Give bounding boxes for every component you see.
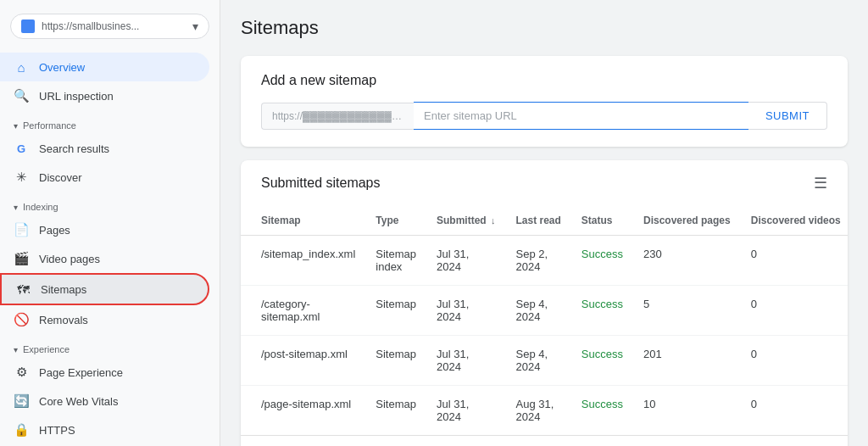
chevron-down-icon: ▾: [192, 20, 198, 33]
collapse-arrow-icon-3: ▾: [14, 345, 18, 354]
table-header-row: Sitemap Type Submitted ↓ Last read Statu…: [241, 206, 848, 236]
col-discovered-videos: Discovered videos: [741, 206, 848, 236]
cell-discovered-videos: 0: [741, 386, 848, 436]
sidebar-item-pages[interactable]: 📄 Pages: [0, 215, 209, 244]
col-submitted: Submitted ↓: [426, 206, 506, 236]
cell-last-read: Sep 2, 2024: [506, 236, 571, 286]
sidebar-item-pages-label: Pages: [39, 224, 70, 237]
removals-icon: 🚫: [14, 312, 29, 327]
add-sitemap-card-title: Add a new sitemap: [261, 73, 827, 88]
table-row: /category-sitemap.xml Sitemap Jul 31, 20…: [241, 286, 848, 336]
discover-icon: ✳: [14, 170, 29, 185]
https-icon: 🔒: [14, 422, 29, 438]
experience-section-label: ▾ Experience: [0, 334, 220, 358]
submit-button[interactable]: SUBMIT: [748, 102, 827, 130]
table-row: /page-sitemap.xml Sitemap Jul 31, 2024 A…: [241, 386, 848, 436]
sidebar-item-video-pages[interactable]: 🎬 Video pages: [0, 244, 209, 273]
sidebar-item-url-inspection[interactable]: 🔍 URL inspection: [0, 81, 209, 110]
sidebar-item-core-web-vitals-label: Core Web Vitals: [39, 395, 118, 408]
col-last-read: Last read: [506, 206, 571, 236]
col-type: Type: [365, 206, 426, 236]
sort-arrow-icon: ↓: [491, 215, 496, 226]
google-icon: G: [14, 141, 29, 156]
cell-type: Sitemap: [365, 286, 426, 336]
core-web-vitals-icon: 🔄: [14, 393, 29, 409]
sitemaps-icon: 🗺: [15, 282, 31, 297]
main-content: Sitemaps Add a new sitemap https://▓▓▓▓▓…: [220, 0, 868, 446]
submitted-sitemaps-header: Submitted sitemaps ☰: [241, 160, 848, 206]
cell-discovered-videos: 0: [741, 286, 848, 336]
sidebar-item-https[interactable]: 🔒 HTTPS: [0, 415, 209, 444]
sidebar-item-overview-label: Overview: [39, 61, 85, 74]
cell-submitted: Jul 31, 2024: [426, 336, 506, 386]
page-title: Sitemaps: [241, 17, 848, 39]
cell-status: Success: [571, 236, 633, 286]
cell-discovered-pages: 230: [633, 236, 741, 286]
cell-last-read: Sep 4, 2024: [506, 336, 571, 386]
cell-status: Success: [571, 336, 633, 386]
cell-submitted: Jul 31, 2024: [426, 236, 506, 286]
performance-section-label: ▾ Performance: [0, 110, 220, 134]
sidebar-item-https-label: HTTPS: [39, 424, 75, 437]
cell-sitemap: /page-sitemap.xml: [241, 386, 365, 436]
sidebar-item-page-experience-label: Page Experience: [39, 366, 123, 379]
property-selector[interactable]: https://smallbusines... ▾: [10, 14, 209, 39]
cell-type: Sitemap: [365, 336, 426, 386]
sidebar-item-page-experience[interactable]: ⚙ Page Experience: [0, 358, 209, 387]
sidebar-item-url-inspection-label: URL inspection: [39, 90, 114, 103]
home-icon: ⌂: [14, 59, 29, 75]
sidebar-item-discover-label: Discover: [39, 171, 82, 184]
table-footer: Rows per page: 10 25 50 1-4 of 4 ‹ ›: [241, 435, 848, 446]
sidebar-item-removals-label: Removals: [39, 314, 88, 326]
sitemap-url-input[interactable]: [414, 102, 748, 130]
sitemaps-table: Sitemap Type Submitted ↓ Last read Statu…: [241, 206, 848, 435]
cell-sitemap: /sitemap_index.xml: [241, 236, 365, 286]
sidebar-item-removals[interactable]: 🚫 Removals: [0, 305, 209, 334]
collapse-arrow-icon-2: ▾: [14, 203, 18, 212]
property-url: https://smallbusines...: [42, 20, 186, 32]
submitted-sitemaps-card: Submitted sitemaps ☰ Sitemap Type Submit…: [241, 160, 848, 446]
col-discovered-pages: Discovered pages: [633, 206, 741, 236]
cell-discovered-videos: 0: [741, 236, 848, 286]
cell-submitted: Jul 31, 2024: [426, 386, 506, 436]
indexing-section-label: ▾ Indexing: [0, 192, 220, 215]
cell-discovered-pages: 201: [633, 336, 741, 386]
cell-last-read: Aug 31, 2024: [506, 386, 571, 436]
add-sitemap-card: Add a new sitemap https://▓▓▓▓▓▓▓▓▓▓▓▓▓▓…: [241, 56, 848, 147]
cell-last-read: Sep 4, 2024: [506, 286, 571, 336]
cell-discovered-pages: 5: [633, 286, 741, 336]
property-icon: [21, 20, 35, 33]
cell-status: Success: [571, 286, 633, 336]
cell-discovered-videos: 0: [741, 336, 848, 386]
sidebar-item-sitemaps[interactable]: 🗺 Sitemaps: [0, 273, 209, 305]
cell-sitemap: /post-sitemap.xml: [241, 336, 365, 386]
sidebar-item-sitemaps-label: Sitemaps: [41, 283, 86, 296]
pages-icon: 📄: [14, 222, 29, 237]
sidebar-item-search-results[interactable]: G Search results: [0, 134, 209, 163]
cell-discovered-pages: 10: [633, 386, 741, 436]
cell-type: Sitemap: [365, 386, 426, 436]
cell-submitted: Jul 31, 2024: [426, 286, 506, 336]
table-row: /post-sitemap.xml Sitemap Jul 31, 2024 S…: [241, 336, 848, 386]
page-experience-icon: ⚙: [14, 365, 29, 380]
sidebar: https://smallbusines... ▾ ⌂ Overview 🔍 U…: [0, 0, 220, 446]
sidebar-item-overview[interactable]: ⌂ Overview: [0, 53, 209, 81]
cell-status: Success: [571, 386, 633, 436]
sidebar-item-core-web-vitals[interactable]: 🔄 Core Web Vitals: [0, 387, 209, 415]
add-sitemap-row: https://▓▓▓▓▓▓▓▓▓▓▓▓▓▓ SUBMIT: [261, 102, 827, 130]
sidebar-item-discover[interactable]: ✳ Discover: [0, 163, 209, 192]
col-sitemap: Sitemap: [241, 206, 365, 236]
sidebar-item-video-pages-label: Video pages: [39, 253, 100, 265]
cell-type: Sitemap index: [365, 236, 426, 286]
url-prefix: https://▓▓▓▓▓▓▓▓▓▓▓▓▓▓: [261, 103, 414, 130]
collapse-arrow-icon: ▾: [14, 121, 18, 131]
col-status: Status: [571, 206, 633, 236]
submitted-sitemaps-title: Submitted sitemaps: [261, 176, 381, 191]
sidebar-item-search-results-label: Search results: [39, 142, 109, 155]
cell-sitemap: /category-sitemap.xml: [241, 286, 365, 336]
filter-icon[interactable]: ☰: [814, 174, 827, 192]
search-icon: 🔍: [14, 88, 29, 103]
video-pages-icon: 🎬: [14, 251, 29, 266]
table-row: /sitemap_index.xml Sitemap index Jul 31,…: [241, 236, 848, 286]
